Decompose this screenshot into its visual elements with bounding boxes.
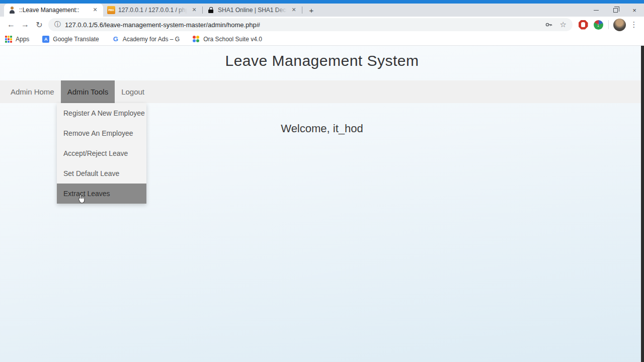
restore-button[interactable] [606, 4, 625, 17]
mouse-cursor-icon [76, 194, 86, 205]
ora-school-suite-icon [193, 36, 200, 43]
reload-button[interactable]: ↻ [32, 18, 46, 32]
minimize-icon [594, 10, 599, 11]
apps-grid-icon [5, 36, 12, 43]
screen-right-edge [641, 46, 644, 362]
back-button[interactable]: ← [4, 18, 18, 32]
tab-sha1-online[interactable]: SHA1 Online | SHA1 Decrypter - De × [203, 4, 302, 17]
tab-separator [302, 7, 302, 14]
tab-close-icon[interactable]: × [91, 6, 99, 14]
tab-title: ::Leave Management:: [19, 7, 88, 14]
admin-tools-dropdown: Register A New Employee Remove An Employ… [57, 103, 146, 204]
bookmark-label: Google Translate [53, 36, 99, 43]
nav-item-logout[interactable]: Logout [115, 80, 151, 103]
tab-strip: ::Leave Management:: × PMA 127.0.0.1 / 1… [0, 4, 644, 17]
bookmark-star-icon[interactable]: ☆ [560, 20, 567, 29]
dropdown-item-register-employee[interactable]: Register A New Employee [57, 103, 146, 123]
translate-icon: A [42, 36, 49, 43]
new-tab-button[interactable]: + [304, 4, 318, 17]
tab-close-icon[interactable]: × [190, 6, 198, 14]
dropdown-item-accept-reject-leave[interactable]: Accept/Reject Leave [57, 143, 146, 163]
bookmark-label: Apps [16, 36, 29, 43]
bookmark-label: Academy for Ads – G [123, 36, 180, 43]
browser-toolbar: ← → ↻ ⓘ 127.0.0.1/5.6/leave-management-s… [0, 17, 644, 33]
bookmark-academy-for-ads[interactable]: G Academy for Ads – G [112, 36, 180, 43]
tab-close-icon[interactable]: × [290, 6, 298, 14]
tab-title: 127.0.0.1 / 127.0.0.1 / phpdb / en [118, 7, 187, 14]
adblock-extension-icon[interactable] [577, 19, 589, 31]
restore-icon [613, 8, 618, 13]
welcome-message: Welcome, it_hod [0, 122, 644, 135]
main-navbar: Admin Home Admin Tools Logout [0, 80, 644, 103]
address-bar[interactable]: ⓘ 127.0.0.1/5.6/leave-management-system-… [48, 18, 573, 31]
bookmark-ora-school-suite[interactable]: Ora School Suite v4.0 [193, 36, 262, 43]
bookmarks-bar: Apps A Google Translate G Academy for Ad… [0, 33, 644, 46]
google-g-icon: G [112, 36, 119, 43]
browser-window: ::Leave Management:: × PMA 127.0.0.1 / 1… [0, 0, 644, 362]
profile-avatar[interactable] [613, 19, 626, 31]
page-info-icon[interactable]: ⓘ [54, 20, 61, 29]
dropdown-item-extract-leaves[interactable]: Extract Leaves [57, 184, 146, 204]
bookmark-label: Ora School Suite v4.0 [203, 36, 262, 43]
toolbar-divider [608, 20, 609, 29]
forward-button[interactable]: → [18, 18, 32, 32]
close-button[interactable]: × [625, 4, 644, 17]
person-favicon-icon [8, 6, 16, 14]
phpmyadmin-favicon-icon: PMA [107, 6, 115, 14]
dropdown-item-set-default-leave[interactable]: Set Default Leave [57, 163, 146, 184]
nav-item-admin-tools[interactable]: Admin Tools [61, 80, 115, 103]
page-title: Leave Management System [0, 52, 644, 69]
idm-extension-icon[interactable]: ↓ [592, 19, 604, 31]
bookmark-apps[interactable]: Apps [5, 36, 29, 43]
bookmark-google-translate[interactable]: A Google Translate [42, 36, 99, 43]
window-controls: × [587, 4, 644, 17]
nav-item-admin-home[interactable]: Admin Home [4, 80, 61, 103]
password-key-icon[interactable] [545, 21, 553, 29]
window-titlebar [0, 0, 644, 4]
tab-phpmyadmin[interactable]: PMA 127.0.0.1 / 127.0.0.1 / phpdb / en × [103, 4, 202, 17]
browser-menu-icon[interactable]: ⋮ [628, 20, 640, 29]
minimize-button[interactable] [587, 4, 606, 17]
url-text[interactable]: 127.0.0.1/5.6/leave-management-system-ma… [65, 21, 260, 29]
lock-favicon-icon [207, 6, 215, 14]
tab-leave-management[interactable]: ::Leave Management:: × [4, 4, 103, 17]
page-content: Leave Management System Admin Home Admin… [0, 46, 644, 362]
tab-title: SHA1 Online | SHA1 Decrypter - De [218, 7, 287, 14]
